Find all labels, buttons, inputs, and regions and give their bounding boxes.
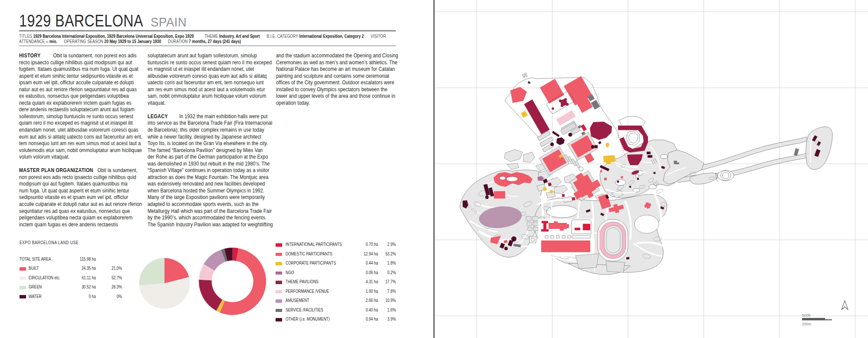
svg-text:500ft: 500ft bbox=[802, 313, 811, 318]
svg-text:200m: 200m bbox=[802, 322, 812, 326]
